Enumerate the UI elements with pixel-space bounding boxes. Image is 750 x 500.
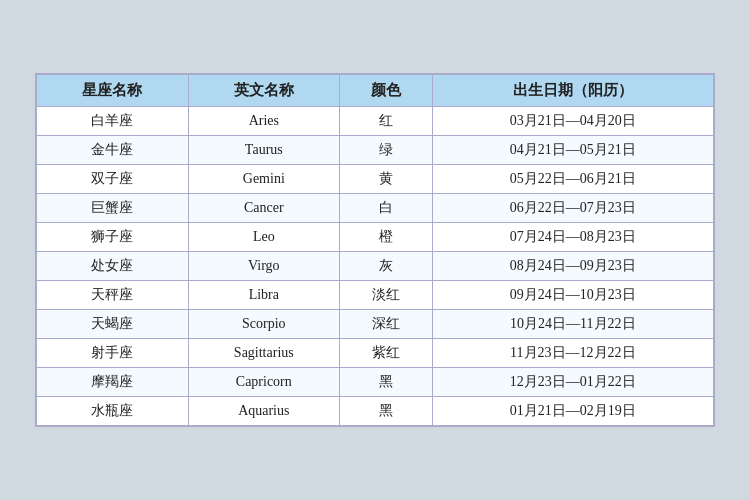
- table-row: 天秤座Libra淡红09月24日—10月23日: [37, 281, 714, 310]
- table-row: 白羊座Aries红03月21日—04月20日: [37, 107, 714, 136]
- cell-english-name: Leo: [188, 223, 340, 252]
- cell-chinese-name: 狮子座: [37, 223, 189, 252]
- table-row: 水瓶座Aquarius黑01月21日—02月19日: [37, 397, 714, 426]
- cell-color: 淡红: [340, 281, 432, 310]
- table-row: 巨蟹座Cancer白06月22日—07月23日: [37, 194, 714, 223]
- cell-english-name: Scorpio: [188, 310, 340, 339]
- header-english-name: 英文名称: [188, 75, 340, 107]
- cell-chinese-name: 射手座: [37, 339, 189, 368]
- cell-chinese-name: 处女座: [37, 252, 189, 281]
- cell-color: 灰: [340, 252, 432, 281]
- cell-color: 白: [340, 194, 432, 223]
- cell-dates: 03月21日—04月20日: [432, 107, 713, 136]
- cell-chinese-name: 天蝎座: [37, 310, 189, 339]
- cell-color: 深红: [340, 310, 432, 339]
- cell-english-name: Libra: [188, 281, 340, 310]
- cell-dates: 09月24日—10月23日: [432, 281, 713, 310]
- header-chinese-name: 星座名称: [37, 75, 189, 107]
- table-row: 双子座Gemini黄05月22日—06月21日: [37, 165, 714, 194]
- cell-color: 红: [340, 107, 432, 136]
- cell-english-name: Gemini: [188, 165, 340, 194]
- cell-dates: 12月23日—01月22日: [432, 368, 713, 397]
- table-row: 射手座Sagittarius紫红11月23日—12月22日: [37, 339, 714, 368]
- cell-chinese-name: 金牛座: [37, 136, 189, 165]
- cell-english-name: Aries: [188, 107, 340, 136]
- cell-english-name: Virgo: [188, 252, 340, 281]
- cell-dates: 04月21日—05月21日: [432, 136, 713, 165]
- cell-chinese-name: 双子座: [37, 165, 189, 194]
- table-body: 白羊座Aries红03月21日—04月20日金牛座Taurus绿04月21日—0…: [37, 107, 714, 426]
- cell-english-name: Sagittarius: [188, 339, 340, 368]
- cell-dates: 10月24日—11月22日: [432, 310, 713, 339]
- cell-dates: 08月24日—09月23日: [432, 252, 713, 281]
- cell-dates: 06月22日—07月23日: [432, 194, 713, 223]
- table-row: 天蝎座Scorpio深红10月24日—11月22日: [37, 310, 714, 339]
- zodiac-table-container: 星座名称 英文名称 颜色 出生日期（阳历） 白羊座Aries红03月21日—04…: [35, 73, 715, 427]
- cell-color: 黑: [340, 368, 432, 397]
- cell-dates: 11月23日—12月22日: [432, 339, 713, 368]
- table-row: 金牛座Taurus绿04月21日—05月21日: [37, 136, 714, 165]
- cell-dates: 07月24日—08月23日: [432, 223, 713, 252]
- header-dates: 出生日期（阳历）: [432, 75, 713, 107]
- cell-color: 黑: [340, 397, 432, 426]
- table-row: 狮子座Leo橙07月24日—08月23日: [37, 223, 714, 252]
- cell-dates: 05月22日—06月21日: [432, 165, 713, 194]
- cell-color: 黄: [340, 165, 432, 194]
- cell-english-name: Cancer: [188, 194, 340, 223]
- cell-chinese-name: 巨蟹座: [37, 194, 189, 223]
- cell-english-name: Capricorn: [188, 368, 340, 397]
- table-row: 摩羯座Capricorn黑12月23日—01月22日: [37, 368, 714, 397]
- cell-chinese-name: 摩羯座: [37, 368, 189, 397]
- cell-color: 橙: [340, 223, 432, 252]
- cell-dates: 01月21日—02月19日: [432, 397, 713, 426]
- cell-chinese-name: 水瓶座: [37, 397, 189, 426]
- cell-chinese-name: 天秤座: [37, 281, 189, 310]
- cell-chinese-name: 白羊座: [37, 107, 189, 136]
- table-row: 处女座Virgo灰08月24日—09月23日: [37, 252, 714, 281]
- cell-english-name: Taurus: [188, 136, 340, 165]
- table-header-row: 星座名称 英文名称 颜色 出生日期（阳历）: [37, 75, 714, 107]
- zodiac-table: 星座名称 英文名称 颜色 出生日期（阳历） 白羊座Aries红03月21日—04…: [36, 74, 714, 426]
- cell-color: 紫红: [340, 339, 432, 368]
- cell-english-name: Aquarius: [188, 397, 340, 426]
- cell-color: 绿: [340, 136, 432, 165]
- header-color: 颜色: [340, 75, 432, 107]
